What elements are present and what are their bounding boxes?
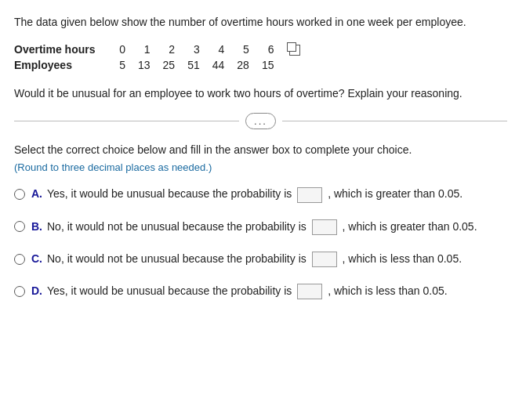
choice-item-d: D. Yes, it would be unusual because the … (14, 283, 507, 299)
choice-item-b: B. No, it would not be unusual because t… (14, 219, 507, 235)
emp-1: 13 (138, 57, 163, 73)
choice-d-before: Yes, it would be unusual because the pro… (47, 284, 292, 297)
emp-5: 28 (237, 57, 262, 73)
col-1-hours: 1 (138, 42, 163, 57)
choice-text-a: Yes, it would be unusual because the pro… (47, 186, 463, 202)
answer-input-b[interactable] (312, 219, 337, 235)
radio-a[interactable] (14, 189, 25, 200)
choice-b-before: No, it would not be unusual because the … (47, 220, 307, 233)
overtime-table: Overtime hours 0 1 2 3 4 5 6 Employees 5… (14, 42, 313, 73)
choice-label-d: D. (31, 283, 42, 299)
choice-text-c: No, it would not be unusual because the … (47, 251, 462, 267)
col-6-hours: 6 (262, 42, 287, 57)
choice-c-before: No, it would not be unusual because the … (47, 252, 307, 265)
row1-label: Overtime hours (14, 42, 116, 57)
divider-section: ... (14, 113, 507, 129)
choice-label-a: A. (31, 186, 42, 202)
choice-label-c: C. (31, 251, 42, 267)
choice-text-b: No, it would not be unusual because the … (47, 219, 477, 235)
emp-4: 44 (212, 57, 238, 73)
answer-input-c[interactable] (312, 252, 337, 267)
emp-6: 15 (262, 57, 287, 73)
data-table-section: Overtime hours 0 1 2 3 4 5 6 Employees 5… (14, 42, 507, 73)
emp-3: 51 (187, 57, 212, 73)
expand-button[interactable]: ... (245, 113, 276, 129)
choice-a-before: Yes, it would be unusual because the pro… (47, 187, 292, 200)
copy-icon[interactable] (289, 45, 300, 56)
col-5-hours: 5 (237, 42, 262, 57)
instruction-sub: (Round to three decimal places as needed… (14, 161, 507, 173)
choice-a-after: , which is greater than 0.05. (328, 187, 463, 200)
divider-left (14, 121, 239, 121)
col-4-hours: 4 (212, 42, 238, 57)
answer-input-a[interactable] (297, 187, 322, 203)
emp-2: 25 (163, 57, 188, 73)
instruction-main: Select the correct choice below and fill… (14, 142, 507, 158)
row2-label: Employees (14, 57, 116, 73)
question-text: Would it be unusual for an employee to w… (14, 85, 507, 102)
emp-0: 5 (116, 57, 138, 73)
radio-c[interactable] (14, 254, 25, 265)
choice-b-after: , which is greater than 0.05. (343, 220, 477, 233)
col-3-hours: 3 (187, 42, 212, 57)
copy-icon-cell[interactable] (286, 42, 313, 57)
radio-d[interactable] (14, 286, 25, 297)
col-2-hours: 2 (163, 42, 188, 57)
choice-label-b: B. (31, 219, 42, 235)
intro-text: The data given below show the number of … (14, 14, 507, 31)
divider-right (282, 121, 507, 121)
radio-b[interactable] (14, 221, 25, 232)
choice-list: A. Yes, it would be unusual because the … (14, 186, 507, 299)
choice-item-c: C. No, it would not be unusual because t… (14, 251, 507, 267)
choice-d-after: , which is less than 0.05. (328, 284, 448, 297)
choice-item-a: A. Yes, it would be unusual because the … (14, 186, 507, 202)
choice-text-d: Yes, it would be unusual because the pro… (47, 283, 448, 299)
choice-c-after: , which is less than 0.05. (343, 252, 463, 265)
col-0-hours: 0 (116, 42, 138, 57)
answer-input-d[interactable] (297, 284, 322, 299)
